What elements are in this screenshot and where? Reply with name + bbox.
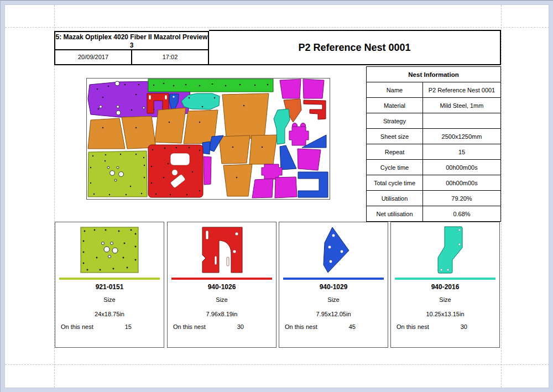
on-nest-label: On this nest bbox=[397, 323, 429, 330]
info-value: 2500x1250mm bbox=[423, 129, 501, 144]
part-shape-940-1029 bbox=[317, 226, 350, 274]
machine-name: 5: Mazak Optiplex 4020 Fiber II Mazatrol… bbox=[55, 32, 208, 50]
size-label: Size bbox=[168, 296, 276, 303]
machine-header-box: 5: Mazak Optiplex 4020 Fiber II Mazatrol… bbox=[54, 31, 209, 65]
part-thumbnail bbox=[391, 223, 499, 276]
part-shape-940-1026 bbox=[198, 225, 246, 275]
print-preview-window: 5: Mazak Optiplex 4020 Fiber II Mazatrol… bbox=[0, 0, 553, 392]
size-value: 7.95x12.05in bbox=[279, 311, 388, 317]
part-card: 940-1029 Size 7.95x12.05in On this nest … bbox=[279, 222, 388, 348]
margin-guide-bottom bbox=[5, 364, 549, 365]
info-value: 00h00m00s bbox=[423, 175, 501, 191]
info-value: 00h00m00s bbox=[423, 160, 501, 175]
part-color-bar bbox=[59, 278, 160, 280]
info-value: 79.20% bbox=[423, 191, 501, 206]
info-label: Strategy bbox=[367, 113, 423, 129]
info-value: 0.68% bbox=[423, 206, 501, 222]
on-nest-label: On this nest bbox=[61, 323, 93, 330]
on-nest-count: 45 bbox=[349, 323, 356, 330]
part-color-bar bbox=[283, 278, 384, 280]
part-number: 940-1026 bbox=[168, 283, 276, 291]
info-value: P2 Reference Nest 0001 bbox=[423, 82, 501, 98]
info-label: Repeat bbox=[367, 144, 423, 160]
margin-guide-top bbox=[5, 27, 549, 28]
info-label: Net utilisation bbox=[367, 206, 423, 222]
on-nest-label: On this nest bbox=[173, 323, 206, 330]
part-card: 940-1026 Size 7.96x8.19in On this nest 3… bbox=[167, 222, 276, 348]
part-card: 940-2016 Size 10.25x13.15in On this nest… bbox=[390, 222, 500, 348]
nest-info-title: Nest Information bbox=[367, 67, 501, 82]
part-card: 921-0151 Size 24x18.75in On this nest 15 bbox=[55, 222, 164, 348]
size-label: Size bbox=[391, 296, 499, 303]
info-value: 15 bbox=[423, 144, 501, 160]
size-value: 7.96x8.19in bbox=[168, 311, 276, 317]
part-color-bar bbox=[171, 278, 272, 280]
part-thumbnail bbox=[55, 223, 164, 276]
nest-sheet-drawing bbox=[86, 78, 330, 200]
on-nest-row: On this nest 30 bbox=[397, 323, 494, 330]
size-value: 10.25x13.15in bbox=[391, 311, 499, 317]
on-nest-count: 15 bbox=[125, 323, 132, 330]
part-thumbnail bbox=[279, 223, 388, 276]
on-nest-row: On this nest 45 bbox=[285, 323, 382, 330]
margin-guide-right bbox=[501, 5, 502, 388]
report-time: 17:02 bbox=[132, 50, 208, 65]
info-value bbox=[423, 113, 501, 129]
part-shape-921-0151 bbox=[80, 227, 139, 273]
on-nest-row: On this nest 30 bbox=[173, 323, 270, 330]
info-label: Material bbox=[367, 98, 423, 113]
info-label: Cycle time bbox=[367, 160, 423, 175]
on-nest-count: 30 bbox=[237, 323, 244, 330]
on-nest-label: On this nest bbox=[285, 323, 317, 330]
report-title: P2 Reference Nest 0001 bbox=[209, 30, 501, 65]
on-nest-count: 30 bbox=[461, 323, 467, 330]
info-label: Name bbox=[367, 82, 423, 98]
nest-preview-graphic bbox=[86, 78, 330, 200]
size-label: Size bbox=[55, 296, 164, 303]
part-color-bar bbox=[395, 278, 495, 280]
part-shape-940-2016 bbox=[426, 226, 465, 274]
on-nest-row: On this nest 15 bbox=[61, 323, 158, 330]
info-label: Utilisation bbox=[367, 191, 423, 206]
size-value: 24x18.75in bbox=[55, 311, 164, 317]
size-label: Size bbox=[279, 296, 388, 303]
part-number: 940-2016 bbox=[391, 283, 499, 291]
info-label: Total cycle time bbox=[367, 175, 423, 191]
info-value: Mild Steel, 1mm bbox=[423, 98, 501, 113]
part-thumbnail bbox=[168, 223, 276, 276]
part-number: 921-0151 bbox=[55, 283, 164, 291]
part-number: 940-1029 bbox=[279, 283, 388, 291]
info-label: Sheet size bbox=[367, 129, 423, 144]
nest-information-table: Nest Information NameP2 Reference Nest 0… bbox=[366, 66, 501, 222]
report-date: 20/09/2017 bbox=[55, 50, 132, 65]
